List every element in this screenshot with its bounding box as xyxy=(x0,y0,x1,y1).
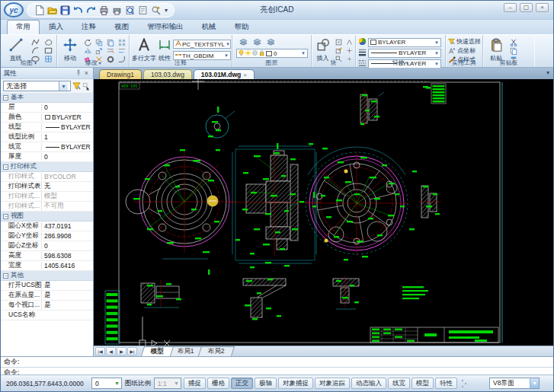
ribbon-tab-insert[interactable]: 插入 xyxy=(40,20,72,34)
property-value[interactable]: 是 xyxy=(41,281,93,290)
property-row[interactable]: 打印样式...模型 xyxy=(1,192,93,202)
toggle-dyn-input[interactable]: 动态输入 xyxy=(351,378,386,389)
layout-tab-model[interactable]: 模型 xyxy=(141,346,174,356)
tool-mirror[interactable] xyxy=(82,46,93,55)
ribbon-tab-view[interactable]: 视图 xyxy=(105,20,138,34)
toggle-ortho[interactable]: 正交 xyxy=(231,378,253,389)
section-header-plot-style[interactable]: −打印样式 xyxy=(1,162,93,172)
property-row[interactable]: 圆心Y坐标286.9908 xyxy=(1,231,93,241)
panel-close-icon[interactable]: × xyxy=(82,69,91,78)
close-button[interactable]: × xyxy=(536,3,549,12)
tool-copy[interactable] xyxy=(105,38,116,46)
doc-tabs-menu-icon[interactable]: ▾ xyxy=(546,69,549,76)
property-value[interactable]: 0 xyxy=(41,104,93,111)
property-value[interactable]: 无 xyxy=(41,182,93,191)
toggle-grid[interactable]: 栅格 xyxy=(207,378,229,389)
tool-bmake[interactable] xyxy=(333,38,344,46)
lineweight-combo[interactable]: BYLAYER ▼ xyxy=(368,49,441,58)
section-header-misc[interactable]: −其他 xyxy=(1,271,93,281)
property-value[interactable]: BYCOLOR xyxy=(41,173,93,180)
coordinate-readout[interactable]: 206.0361,577.6443,0.0000 xyxy=(4,378,89,389)
tool-bedit[interactable] xyxy=(333,46,344,55)
tool-extend[interactable] xyxy=(117,46,127,55)
property-row[interactable]: 打开UCS图标是 xyxy=(1,281,93,291)
ribbon-tab-mechanical[interactable]: 机械 xyxy=(193,20,226,34)
selection-combo[interactable]: 无选择 ▼ xyxy=(3,81,71,91)
doc-tab-103-01m-dwg[interactable]: 103.01M.dwg× xyxy=(194,69,255,79)
pin-icon[interactable] xyxy=(74,69,82,78)
layout-nav-2[interactable]: ▶ xyxy=(117,347,126,355)
collapse-icon[interactable]: − xyxy=(3,95,8,100)
layout-nav-3[interactable]: ▶| xyxy=(127,347,137,355)
toggle-lineweight[interactable]: 线宽 xyxy=(388,378,410,389)
property-value[interactable]: 是 xyxy=(41,291,93,300)
doc-tab-drawing1[interactable]: Drawing1 xyxy=(99,69,142,79)
tool-rotate[interactable] xyxy=(82,38,93,46)
group-label-annotate[interactable]: 注释 xyxy=(130,59,232,67)
tool-rectangle[interactable] xyxy=(43,46,53,55)
layout-tab-layout2[interactable]: 布局2 xyxy=(198,346,235,356)
layer-tool-2[interactable] xyxy=(251,38,262,46)
property-row[interactable]: 圆心X坐标437.0191 xyxy=(1,221,93,231)
paste-button[interactable]: 粘贴 xyxy=(485,37,507,59)
property-value[interactable]: 不可用 xyxy=(41,202,93,211)
select-objects-icon[interactable] xyxy=(82,82,91,91)
layer-combo[interactable]: 0 ▼ xyxy=(236,49,308,58)
quick-select-icon[interactable] xyxy=(72,82,81,91)
tab-close-icon[interactable]: × xyxy=(243,72,247,78)
toggle-properties[interactable]: 特性 xyxy=(435,378,457,389)
text-style-combo[interactable]: PC_TEXTSTYL▼ xyxy=(173,40,231,49)
tool-revcloud[interactable] xyxy=(43,38,53,46)
ribbon-tab-manage-output[interactable]: 管理和输出 xyxy=(138,20,193,34)
group-label-block[interactable]: 块 xyxy=(312,59,355,67)
utility-qselect[interactable]: 快速选择 xyxy=(448,37,481,46)
title-bar[interactable]: yc ▾ 亮创ICAD – ▢ × xyxy=(1,1,553,20)
tool-arc[interactable] xyxy=(30,46,40,55)
section-header-view[interactable]: −视图 xyxy=(1,212,93,221)
layout-nav-1[interactable]: ◀ xyxy=(106,347,116,355)
tool-bbase[interactable] xyxy=(344,46,354,55)
tool-array[interactable] xyxy=(117,38,127,46)
tool-trim[interactable] xyxy=(105,46,116,55)
tool-copydoc[interactable] xyxy=(508,46,519,55)
layer-tool-1[interactable] xyxy=(238,38,248,46)
section-header-basic[interactable]: −基本 xyxy=(1,93,93,103)
toggle-osnap[interactable]: 对象捕捉 xyxy=(278,378,313,389)
paper-scale-combo[interactable]: 1:1▼ xyxy=(154,378,181,389)
toggle-otrack[interactable]: 对象追踪 xyxy=(315,378,350,389)
property-row[interactable]: 线型比例1 xyxy=(1,132,93,142)
drawing-viewport[interactable]: 103.01M xyxy=(94,79,553,346)
tool-battr[interactable] xyxy=(344,38,354,46)
insert-block-button[interactable]: 插入 xyxy=(314,37,331,59)
ribbon-tab-annotate[interactable]: 注释 xyxy=(72,20,105,34)
properties-panel-header[interactable]: 属性 × xyxy=(1,68,93,79)
property-row[interactable]: 高度598.6308 xyxy=(1,251,93,261)
property-row[interactable]: 圆心Z坐标0 xyxy=(1,241,93,251)
doc-tab-103-03-dwg[interactable]: 103.03.dwg xyxy=(143,69,192,79)
toggle-snap[interactable]: 捕捉 xyxy=(184,378,206,389)
linear-dim-button[interactable]: 线性 xyxy=(158,37,171,59)
property-value[interactable]: 437.0191 xyxy=(41,222,93,230)
minimize-button[interactable]: – xyxy=(504,3,517,12)
toggle-model[interactable]: 模型 xyxy=(411,378,434,389)
property-row[interactable]: 打印样式BYCOLOR xyxy=(1,172,93,182)
property-row[interactable]: 线型BYLAYER xyxy=(1,123,93,132)
tool-polyline[interactable] xyxy=(30,38,40,46)
group-label-modify[interactable]: 修改 ▾ xyxy=(57,59,129,67)
property-row[interactable]: 打印样式...不可用 xyxy=(1,202,93,212)
property-row[interactable]: UCS名称 xyxy=(1,311,93,320)
collapse-icon[interactable]: − xyxy=(3,214,8,219)
property-row[interactable]: 厚度0 xyxy=(1,152,93,162)
property-row[interactable]: 每个视口...是 xyxy=(1,301,93,311)
property-value[interactable]: 598.6308 xyxy=(41,252,93,260)
ui-mode-combo[interactable]: V8界面▼ xyxy=(489,378,540,389)
maximize-button[interactable]: ▢ xyxy=(520,3,533,12)
group-label-properties[interactable]: 特性 ▾ xyxy=(356,59,445,67)
layer-tool-3[interactable] xyxy=(265,38,276,46)
group-label-draw[interactable]: 绘图 ▾ xyxy=(1,59,56,67)
property-row[interactable]: 打印样式表无 xyxy=(1,182,93,192)
property-value[interactable]: BYLAYER xyxy=(41,123,93,131)
ribbon-tab-help[interactable]: 帮助 xyxy=(226,20,258,34)
property-value[interactable]: 0 xyxy=(41,242,93,250)
toolbar-grip[interactable] xyxy=(461,379,467,388)
